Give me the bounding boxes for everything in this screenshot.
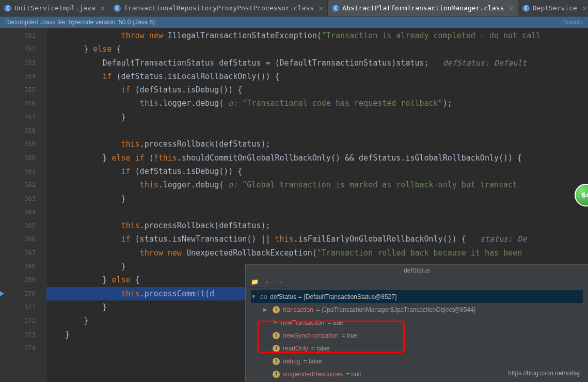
class-icon: C [4,5,11,12]
tab-label: TransactionalRepositoryProxyPostProcesso… [124,4,314,12]
line-number[interactable]: 357 [0,110,46,124]
code-line[interactable]: } [46,110,588,124]
line-number[interactable]: 365 [0,219,46,232]
line-number[interactable]: 352 [0,42,46,56]
class-icon: C [114,5,121,12]
debug-variable[interactable]: fdebug = false [251,355,583,368]
line-number[interactable]: 368 [0,260,46,273]
code-line[interactable]: if (defStatus.isDebug()) { [46,83,588,97]
field-name: suspendedResources [283,371,343,378]
tab[interactable]: CTransactionalRepositoryProxyPostProcess… [109,0,328,16]
line-number[interactable]: 362 [0,178,46,192]
line-number[interactable]: 358 [0,124,46,137]
field-value: = false [303,358,322,365]
line-number[interactable]: 355 [0,83,46,97]
tab[interactable]: CUnitServiceImpl.java× [0,0,109,16]
code-line[interactable]: } [46,192,588,205]
code-line[interactable]: this.logger.debug( o: "Transactional cod… [46,97,588,110]
code-line[interactable]: throw new IllegalTransactionStateExcepti… [46,29,588,42]
code-line[interactable]: this.processRollback(defStatus); [46,137,588,151]
field-value: = true [327,319,343,326]
close-icon[interactable]: × [319,4,323,12]
field-name: debug [283,358,300,365]
debug-variable[interactable]: ▶ftransaction= {JpaTransactionManager$Jp… [251,303,583,316]
back-arrow-icon[interactable]: ← [265,278,271,285]
field-icon: f [273,345,280,352]
line-number[interactable]: 364 [0,205,46,219]
line-number[interactable]: 372 [0,314,46,327]
editor-tabs: CUnitServiceImpl.java×CTransactionalRepo… [0,0,588,17]
var-label: defStatus = {DefaultTransactionStatus@85… [270,293,397,300]
line-number[interactable]: 351 [0,29,46,42]
line-number[interactable]: 367 [0,246,46,260]
code-line[interactable]: if (status.isNewTransaction() || this.is… [46,232,588,246]
gutter: 3513523533543553563573583593603613623633… [0,28,46,382]
close-icon[interactable]: × [582,4,586,12]
line-number[interactable]: 371 [0,300,46,314]
code-line[interactable]: } else if (!this.shouldCommitOnGlobalRol… [46,151,588,165]
debug-variable-root[interactable]: ▼oo defStatus = {DefaultTransactionStatu… [251,290,583,303]
debug-variable[interactable]: freadOnly = false [251,342,583,355]
field-name: readOnly [283,345,308,352]
code-line[interactable]: if (defStatus.isDebug()) { [46,165,588,178]
code-line[interactable]: } else { [46,42,588,56]
decompiled-banner: Decompiled .class file, bytecode version… [0,17,588,28]
field-name: newSynchronization [283,332,338,339]
field-name: transaction [283,306,313,313]
banner-message: Decompiled .class file, bytecode version… [5,19,155,26]
tab-label: AbstractPlatformTransactionManager.class [342,4,504,12]
download-link[interactable]: Downlo [562,19,583,26]
debug-variable[interactable]: ⚑newTransaction = true [251,316,583,329]
line-number[interactable]: 366 [0,232,46,246]
debug-variables-panel: defStatus 📁 ← → ▼oo defStatus = {Default… [245,264,588,382]
code-line[interactable]: this.logger.debug( o: "Global transactio… [46,178,588,192]
field-value: = null [346,371,361,378]
line-number[interactable]: 374 [0,341,46,355]
field-icon: f [273,358,280,365]
code-line[interactable]: throw new UnexpectedRollbackException("T… [46,246,588,260]
folder-icon[interactable]: 📁 [251,278,259,285]
flag-icon: ⚑ [273,319,278,326]
close-icon[interactable]: × [101,4,105,12]
tab-label: DeptService [533,4,577,12]
field-icon: f [273,306,280,313]
line-number[interactable]: 359 [0,137,46,151]
code-line[interactable] [46,205,588,219]
forward-arrow-icon[interactable]: → [277,278,283,285]
field-name: newTransaction [281,319,324,326]
field-icon: f [273,371,280,378]
debug-tree: ▼oo defStatus = {DefaultTransactionStatu… [246,288,588,382]
line-number[interactable]: 354 [0,70,46,83]
code-line[interactable] [46,124,588,137]
tab-label: UnitServiceImpl.java [14,4,96,12]
close-icon[interactable]: × [509,4,513,12]
field-icon: f [273,332,280,339]
field-value: = {JpaTransactionManager$JpaTransactionO… [316,306,476,313]
field-value: = true [341,332,357,339]
line-number[interactable]: 363 [0,192,46,205]
code-line[interactable]: this.processRollback(defStatus); [46,219,588,232]
field-value: = false [311,345,330,352]
line-number[interactable]: 373 [0,328,46,341]
code-line[interactable]: DefaultTransactionStatus defStatus = (De… [46,56,588,70]
debug-variable[interactable]: fnewSynchronization = true [251,329,583,342]
code-line[interactable]: if (defStatus.isLocalRollbackOnly()) { [46,70,588,83]
tab[interactable]: CDeptService× [518,0,588,16]
line-number[interactable]: 361 [0,165,46,178]
debug-toolbar: 📁 ← → [246,276,588,288]
line-number[interactable]: 356 [0,97,46,110]
class-icon: C [332,5,339,12]
tab[interactable]: CAbstractPlatformTransactionManager.clas… [328,0,518,16]
line-number[interactable]: 370 [0,287,46,300]
watermark: https://blog.csdn.net/xshsjl [508,370,581,377]
debug-title: defStatus [246,265,588,276]
line-number[interactable]: 369 [0,273,46,286]
line-number[interactable]: 360 [0,151,46,165]
line-number[interactable]: 353 [0,56,46,70]
class-icon: C [522,5,530,12]
